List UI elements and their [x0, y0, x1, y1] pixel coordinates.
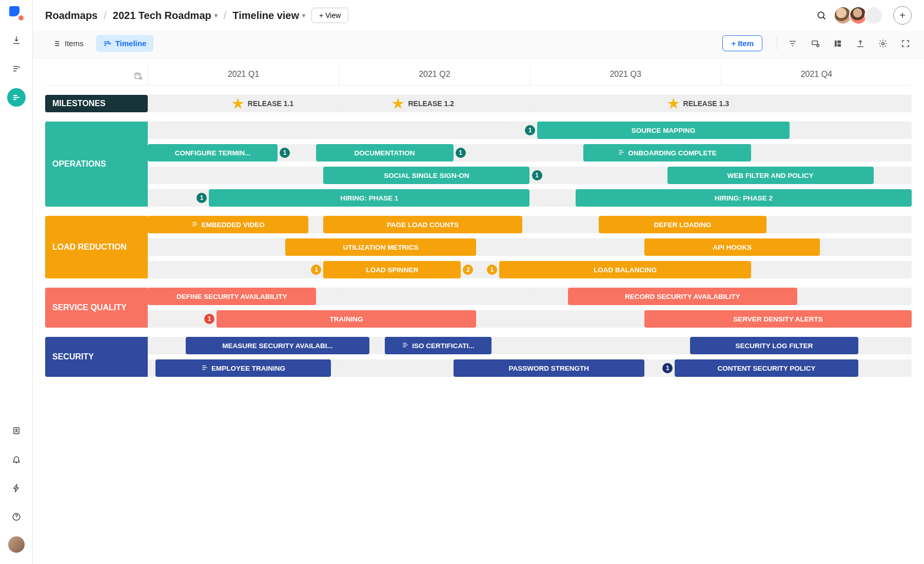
quarter-header: 2021 Q1 — [148, 63, 339, 85]
help-icon[interactable] — [7, 508, 26, 526]
user-avatar[interactable] — [8, 536, 25, 553]
svg-point-1 — [15, 429, 17, 431]
timeline-item[interactable]: PASSWORD STRENGTH — [454, 359, 644, 377]
quarter-header: 2021 Q3 — [530, 63, 721, 85]
app-logo[interactable] — [9, 6, 24, 21]
count-badge[interactable]: 1 — [311, 265, 321, 275]
roadmap-icon[interactable] — [7, 88, 26, 107]
view-toolbar: Items Timeline +Item — [33, 31, 924, 58]
milestone[interactable]: ★RELEASE 1.2 — [392, 97, 454, 110]
timeline-item[interactable]: API HOOKS — [644, 238, 820, 256]
count-badge[interactable]: 1 — [525, 125, 535, 135]
tab-items[interactable]: Items — [45, 35, 91, 52]
lane-load-reduction: LOAD REDUCTION — [45, 216, 148, 278]
count-badge[interactable]: 1 — [532, 170, 542, 180]
breadcrumb-root[interactable]: Roadmaps — [45, 10, 97, 22]
filter-icon[interactable] — [787, 37, 799, 50]
bolt-icon[interactable] — [7, 479, 26, 497]
new-item-button[interactable]: +Item — [722, 35, 762, 51]
breadcrumb-bar: Roadmaps / 2021 Tech Roadmap▾ / Timeline… — [33, 0, 924, 31]
timeline-item[interactable]: DOCUMENTATION — [316, 144, 454, 162]
date-settings-icon[interactable] — [133, 71, 143, 82]
subtasks-icon — [191, 220, 199, 229]
svg-point-4 — [108, 41, 109, 42]
subtasks-icon — [201, 364, 208, 373]
count-badge[interactable]: 1 — [456, 148, 466, 158]
bell-icon[interactable] — [7, 450, 26, 469]
layout-icon[interactable] — [832, 37, 844, 50]
star-icon: ★ — [392, 97, 404, 110]
lane-security: SECURITY — [45, 337, 148, 377]
svg-rect-9 — [837, 41, 841, 43]
lane-milestones: MILESTONES — [45, 95, 148, 112]
count-badge[interactable]: 1 — [196, 193, 207, 203]
timeline-item[interactable]: LOAD BALANCING — [499, 261, 751, 278]
timeline-item[interactable]: SERVER DENSITY ALERTS — [644, 310, 912, 328]
invite-button[interactable]: + — [893, 6, 912, 25]
chevron-down-icon: ▾ — [302, 12, 305, 19]
breadcrumb-view[interactable]: Timeline view▾ — [232, 10, 305, 22]
timeline-item[interactable]: ISO CERTIFICATI... — [385, 337, 492, 354]
presence-avatars — [837, 6, 883, 25]
timeline-board: 2021 Q12021 Q22021 Q32021 Q4 MILESTONES … — [33, 58, 924, 564]
timeline-item[interactable]: SECURITY LOG FILTER — [690, 337, 858, 354]
timeline-item[interactable]: EMBEDDED VIDEO — [148, 216, 308, 233]
timeline-item[interactable]: SOCIAL SINGLE SIGN-ON — [323, 167, 529, 184]
count-badge[interactable]: 1 — [280, 148, 290, 158]
tab-timeline[interactable]: Timeline — [96, 35, 154, 52]
timeline-item[interactable]: SOURCE MAPPING — [537, 122, 789, 139]
svg-point-3 — [818, 12, 824, 18]
timeline-item[interactable]: ONBOARDING COMPLETE — [583, 144, 752, 162]
add-view-button[interactable]: +View — [311, 8, 348, 23]
download-icon[interactable] — [7, 31, 26, 49]
timeline-item[interactable]: TRAINING — [217, 310, 476, 328]
timeline-item[interactable]: CONFIGURE TERMIN... — [148, 144, 278, 162]
gear-icon[interactable] — [877, 37, 889, 50]
timeline-item[interactable]: WEB FILTER AND POLICY — [667, 167, 874, 184]
export-icon[interactable] — [854, 37, 867, 50]
timeline-item[interactable]: HIRING: PHASE 2 — [576, 189, 912, 207]
count-badge[interactable]: 1 — [204, 314, 214, 324]
timeline-icon — [103, 39, 111, 48]
fullscreen-icon[interactable] — [899, 37, 912, 50]
subtasks-icon — [618, 149, 625, 157]
svg-rect-8 — [835, 41, 837, 47]
avatar[interactable] — [864, 6, 883, 25]
quarter-header: 2021 Q2 — [339, 63, 529, 85]
link-icon[interactable] — [809, 37, 821, 50]
star-icon: ★ — [232, 97, 244, 110]
plus-icon: + — [731, 39, 736, 48]
svg-rect-6 — [812, 41, 818, 45]
chevron-down-icon: ▾ — [214, 12, 218, 19]
milestone[interactable]: ★RELEASE 1.3 — [667, 97, 729, 110]
timeline-item[interactable]: EMPLOYEE TRAINING — [155, 359, 331, 377]
contacts-icon[interactable] — [7, 421, 26, 440]
timeline-item[interactable]: LOAD SPINNER — [323, 261, 461, 278]
lane-service-quality: SERVICE QUALITY — [45, 288, 148, 328]
lane-operations: OPERATIONS — [45, 122, 148, 207]
star-icon: ★ — [667, 97, 679, 110]
nav-sidebar — [0, 0, 33, 564]
timeline-item[interactable]: PAGE LOAD COUNTS — [323, 216, 522, 233]
search-icon[interactable] — [812, 6, 831, 25]
count-badge[interactable]: 2 — [463, 265, 473, 275]
svg-point-11 — [882, 42, 884, 45]
timeline-item[interactable]: RECORD SECURITY AVAILABILITY — [568, 288, 797, 305]
milestone[interactable]: ★RELEASE 1.1 — [232, 97, 293, 110]
plus-icon: + — [319, 11, 323, 19]
subtasks-icon — [402, 341, 409, 350]
timeline-item[interactable]: UTILIZATION METRICS — [285, 238, 476, 256]
timeline-item[interactable]: DEFINE SECURITY AVAILABILITY — [148, 288, 316, 305]
timeline-item[interactable]: DEFER LOADING — [599, 216, 767, 233]
breadcrumb-project[interactable]: 2021 Tech Roadmap▾ — [113, 10, 218, 22]
tasks-icon[interactable] — [7, 59, 26, 78]
timeline-item[interactable]: MEASURE SECURITY AVAILABI... — [186, 337, 369, 354]
svg-point-7 — [817, 44, 819, 47]
count-badge[interactable]: 1 — [662, 363, 673, 373]
timeline-item[interactable]: HIRING: PHASE 1 — [209, 189, 529, 207]
timeline-item[interactable]: CONTENT SECURITY POLICY — [675, 359, 858, 377]
svg-point-5 — [109, 43, 110, 44]
count-badge[interactable]: 1 — [487, 265, 497, 275]
list-icon — [52, 39, 61, 48]
quarter-header: 2021 Q4 — [721, 63, 912, 85]
